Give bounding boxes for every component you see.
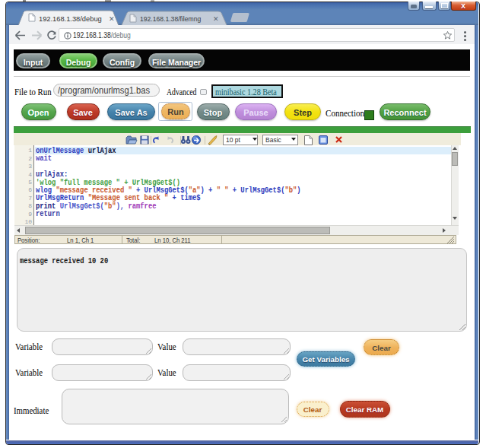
svg-text:✕: ✕ <box>109 15 115 23</box>
svg-text:192.168.1.38/filemng: 192.168.1.38/filemng <box>140 15 201 23</box>
svg-text:192.168.1.38/debug: 192.168.1.38/debug <box>39 15 102 23</box>
svg-text:✕: ✕ <box>213 15 219 23</box>
